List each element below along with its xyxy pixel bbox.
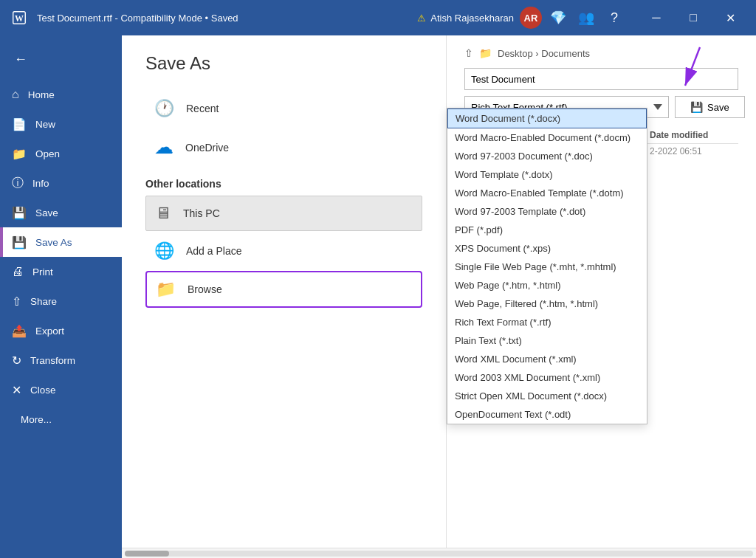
sidebar: ← ⌂ Home 📄 New 📁 Open ⓘ Info 💾 Save 💾 Sa…: [0, 35, 122, 558]
export-icon: 📤: [12, 324, 27, 338]
location-onedrive[interactable]: ☁ OneDrive: [145, 128, 422, 166]
dropdown-item[interactable]: Word XML Document (*.xml): [447, 350, 647, 368]
location-label-browse: Browse: [188, 283, 222, 295]
sidebar-label-new: New: [35, 119, 55, 130]
sidebar-label-share: Share: [30, 296, 57, 307]
back-icon: ←: [14, 52, 27, 67]
dropdown-item[interactable]: Word Macro-Enabled Document (*.docm): [447, 128, 647, 147]
file-modified-cell: 2-2022 06:51: [650, 146, 738, 156]
location-label-onedrive: OneDrive: [185, 142, 229, 154]
other-locations-header: Other locations: [145, 178, 422, 190]
location-label-recent: Recent: [186, 103, 219, 114]
window-title: Test Document.rtf - Compatibility Mode •…: [37, 13, 410, 24]
user-info[interactable]: Atish Rajasekharan AR: [430, 7, 542, 29]
share-icon: ⇧: [12, 294, 21, 309]
dropdown-item[interactable]: Word Macro-Enabled Template (*.dotm): [447, 184, 647, 202]
window-controls: ─ □ ✕: [639, 6, 747, 30]
username-label: Atish Rajasekharan: [430, 13, 514, 24]
sidebar-label-save: Save: [35, 207, 58, 218]
browse-icon: 📁: [156, 280, 176, 299]
page-title: Save As: [145, 53, 422, 74]
close-icon-sidebar: ✕: [12, 383, 21, 397]
sidebar-label-close: Close: [30, 385, 56, 396]
scrollbar-track: [125, 551, 753, 557]
dropdown-item[interactable]: Plain Text (*.txt): [447, 331, 647, 350]
add-place-icon: 🌐: [154, 241, 174, 261]
sidebar-label-save-as: Save As: [35, 237, 72, 248]
warning-indicator: ⚠: [417, 13, 426, 24]
right-panel: ⇧ 📁 Desktop › Documents Word Document (*…: [446, 35, 756, 558]
sidebar-label-info: Info: [32, 178, 49, 189]
title-bar: W Test Document.rtf - Compatibility Mode…: [0, 0, 756, 35]
svg-text:W: W: [15, 13, 24, 24]
horizontal-scrollbar[interactable]: [122, 548, 756, 558]
sidebar-item-more[interactable]: More...: [0, 404, 122, 434]
dropdown-item[interactable]: Single File Web Page (*.mht, *.mhtml): [447, 258, 647, 276]
diamond-button[interactable]: 💎: [546, 6, 570, 30]
restore-button[interactable]: □: [676, 6, 710, 30]
location-browse[interactable]: 📁 Browse: [145, 271, 422, 308]
onedrive-icon: ☁: [154, 136, 173, 159]
dropdown-item[interactable]: Word Document (*.docx): [447, 108, 647, 128]
sidebar-item-share[interactable]: ⇧ Share: [0, 286, 122, 316]
sidebar-item-transform[interactable]: ↻ Transform: [0, 345, 122, 375]
dropdown-item[interactable]: Strict Open XML Document (*.docx): [447, 387, 647, 405]
breadcrumb-up-icon: ⇧: [464, 47, 473, 59]
col-header-modified: Date modified: [650, 130, 738, 140]
sidebar-item-save-as[interactable]: 💾 Save As: [0, 227, 122, 257]
dropdown-item[interactable]: XPS Document (*.xps): [447, 239, 647, 258]
save-icon: 💾: [12, 206, 27, 220]
save-as-icon: 💾: [12, 235, 27, 249]
sidebar-item-export[interactable]: 📤 Export: [0, 316, 122, 345]
dropdown-item[interactable]: Web Page (*.htm, *.html): [447, 276, 647, 294]
transform-icon: ↻: [12, 354, 21, 368]
dropdown-item[interactable]: Word 97-2003 Document (*.doc): [447, 147, 647, 165]
open-icon: 📁: [12, 147, 27, 161]
home-icon: ⌂: [12, 88, 19, 101]
sidebar-label-export: Export: [35, 326, 64, 337]
svg-line-3: [685, 47, 700, 86]
recent-icon: 🕐: [154, 99, 174, 118]
this-pc-icon: 🖥: [155, 204, 171, 223]
sidebar-item-open[interactable]: 📁 Open: [0, 139, 122, 168]
main-content: Save As 🕐 Recent ☁ OneDrive Other locati…: [122, 35, 446, 558]
scrollbar-thumb[interactable]: [125, 551, 169, 557]
location-this-pc[interactable]: 🖥 This PC: [145, 196, 422, 231]
location-list: 🕐 Recent ☁ OneDrive: [145, 92, 422, 166]
title-bar-actions: ⚠ Atish Rajasekharan AR 💎 👥 ?: [417, 6, 626, 30]
sidebar-item-new[interactable]: 📄 New: [0, 109, 122, 139]
dropdown-item[interactable]: OpenDocument Text (*.odt): [447, 405, 647, 424]
info-icon: ⓘ: [12, 176, 24, 191]
people-button[interactable]: 👥: [574, 6, 598, 30]
sidebar-item-print[interactable]: 🖨 Print: [0, 257, 122, 286]
sidebar-item-info[interactable]: ⓘ Info: [0, 168, 122, 198]
avatar: AR: [520, 7, 542, 29]
breadcrumb-folder-icon: 📁: [479, 47, 492, 59]
dropdown-item[interactable]: Rich Text Format (*.rtf): [447, 313, 647, 331]
sidebar-item-close[interactable]: ✕ Close: [0, 375, 122, 404]
location-add-place[interactable]: 🌐 Add a Place: [145, 234, 422, 268]
sidebar-label-print: Print: [32, 266, 53, 278]
sidebar-label-more: More...: [21, 414, 52, 425]
sidebar-item-home[interactable]: ⌂ Home: [0, 80, 122, 109]
close-button[interactable]: ✕: [713, 6, 747, 30]
print-icon: 🖨: [12, 265, 24, 278]
location-recent[interactable]: 🕐 Recent: [145, 92, 422, 125]
dropdown-item[interactable]: Word 97-2003 Template (*.dot): [447, 202, 647, 221]
sidebar-label-transform: Transform: [30, 355, 75, 366]
location-label-this-pc: This PC: [183, 207, 220, 219]
new-icon: 📄: [12, 117, 27, 131]
breadcrumb-text: Desktop › Documents: [498, 48, 590, 59]
format-dropdown[interactable]: Word Document (*.docx)Word Macro-Enabled…: [447, 108, 647, 424]
dropdown-item[interactable]: Word Template (*.dotx): [447, 165, 647, 184]
other-location-list: 🖥 This PC 🌐 Add a Place 📁 Browse: [145, 196, 422, 308]
sidebar-label-home: Home: [28, 89, 55, 100]
dropdown-item[interactable]: PDF (*.pdf): [447, 221, 647, 239]
back-button[interactable]: ←: [6, 44, 35, 74]
minimize-button[interactable]: ─: [639, 6, 673, 30]
dropdown-item[interactable]: Word 2003 XML Document (*.xml): [447, 368, 647, 387]
sidebar-item-save[interactable]: 💾 Save: [0, 198, 122, 227]
help-button[interactable]: ?: [602, 6, 626, 30]
app-icon: W: [9, 7, 30, 28]
dropdown-item[interactable]: Web Page, Filtered (*.htm, *.html): [447, 294, 647, 313]
